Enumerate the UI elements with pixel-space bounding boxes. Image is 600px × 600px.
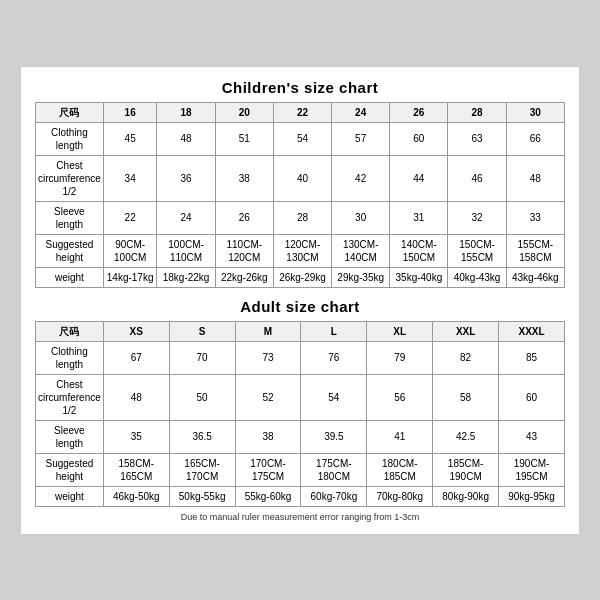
cell-value: 150CM-155CM	[448, 234, 506, 267]
table-row: Sleeve length2224262830313233	[36, 201, 565, 234]
cell-value: 46	[448, 155, 506, 201]
cell-value: 52	[235, 374, 301, 420]
cell-value: 48	[157, 122, 215, 155]
row-label: Chest circumference 1/2	[36, 374, 104, 420]
cell-value: 185CM-190CM	[433, 453, 499, 486]
children-col-header: 18	[157, 102, 215, 122]
cell-value: 54	[301, 374, 367, 420]
adult-col-header: L	[301, 321, 367, 341]
children-col-header: 16	[103, 102, 157, 122]
cell-value: 51	[215, 122, 273, 155]
cell-value: 44	[390, 155, 448, 201]
cell-value: 32	[448, 201, 506, 234]
cell-value: 90kg-95kg	[499, 486, 565, 506]
row-label: Chest circumference 1/2	[36, 155, 104, 201]
adult-col-header: XL	[367, 321, 433, 341]
size-chart-container: Children's size chart 尺码1618202224262830…	[20, 66, 580, 535]
cell-value: 100CM-110CM	[157, 234, 215, 267]
cell-value: 60	[499, 374, 565, 420]
cell-value: 41	[367, 420, 433, 453]
row-label: Sleeve length	[36, 420, 104, 453]
cell-value: 85	[499, 341, 565, 374]
children-col-header: 24	[332, 102, 390, 122]
cell-value: 18kg-22kg	[157, 267, 215, 287]
cell-value: 90CM-100CM	[103, 234, 157, 267]
children-col-header: 30	[506, 102, 564, 122]
cell-value: 58	[433, 374, 499, 420]
adult-col-header: XXXL	[499, 321, 565, 341]
cell-value: 46kg-50kg	[103, 486, 169, 506]
cell-value: 63	[448, 122, 506, 155]
cell-value: 140CM-150CM	[390, 234, 448, 267]
adult-chart-title: Adult size chart	[35, 298, 565, 315]
cell-value: 175CM-180CM	[301, 453, 367, 486]
cell-value: 158CM-165CM	[103, 453, 169, 486]
table-row: Clothing length67707376798285	[36, 341, 565, 374]
children-table-body: Clothing length4548515457606366Chest cir…	[36, 122, 565, 287]
cell-value: 70	[169, 341, 235, 374]
cell-value: 39.5	[301, 420, 367, 453]
cell-value: 130CM-140CM	[332, 234, 390, 267]
cell-value: 24	[157, 201, 215, 234]
cell-value: 42	[332, 155, 390, 201]
cell-value: 38	[215, 155, 273, 201]
row-label: Suggested height	[36, 234, 104, 267]
cell-value: 31	[390, 201, 448, 234]
cell-value: 36.5	[169, 420, 235, 453]
cell-value: 80kg-90kg	[433, 486, 499, 506]
children-col-header: 26	[390, 102, 448, 122]
cell-value: 55kg-60kg	[235, 486, 301, 506]
row-label: weight	[36, 486, 104, 506]
cell-value: 30	[332, 201, 390, 234]
cell-value: 34	[103, 155, 157, 201]
cell-value: 73	[235, 341, 301, 374]
table-row: Chest circumference 1/23436384042444648	[36, 155, 565, 201]
adult-size-table: 尺码XSSMLXLXXLXXXL Clothing length67707376…	[35, 321, 565, 507]
cell-value: 170CM-175CM	[235, 453, 301, 486]
cell-value: 67	[103, 341, 169, 374]
cell-value: 50kg-55kg	[169, 486, 235, 506]
cell-value: 120CM-130CM	[273, 234, 331, 267]
adult-header-row: 尺码XSSMLXLXXLXXXL	[36, 321, 565, 341]
cell-value: 76	[301, 341, 367, 374]
cell-value: 43kg-46kg	[506, 267, 564, 287]
cell-value: 56	[367, 374, 433, 420]
cell-value: 22kg-26kg	[215, 267, 273, 287]
children-header-row: 尺码1618202224262830	[36, 102, 565, 122]
cell-value: 36	[157, 155, 215, 201]
row-label: Suggested height	[36, 453, 104, 486]
adult-col-header: 尺码	[36, 321, 104, 341]
adult-col-header: XS	[103, 321, 169, 341]
adult-table-body: Clothing length67707376798285Chest circu…	[36, 341, 565, 506]
cell-value: 190CM-195CM	[499, 453, 565, 486]
cell-value: 110CM-120CM	[215, 234, 273, 267]
table-row: Chest circumference 1/248505254565860	[36, 374, 565, 420]
adult-col-header: XXL	[433, 321, 499, 341]
row-label: Clothing length	[36, 341, 104, 374]
cell-value: 165CM-170CM	[169, 453, 235, 486]
cell-value: 66	[506, 122, 564, 155]
cell-value: 42.5	[433, 420, 499, 453]
table-row: Sleeve length3536.53839.54142.543	[36, 420, 565, 453]
children-col-header: 尺码	[36, 102, 104, 122]
cell-value: 50	[169, 374, 235, 420]
cell-value: 43	[499, 420, 565, 453]
cell-value: 22	[103, 201, 157, 234]
cell-value: 26	[215, 201, 273, 234]
cell-value: 54	[273, 122, 331, 155]
children-chart-title: Children's size chart	[35, 79, 565, 96]
cell-value: 35	[103, 420, 169, 453]
cell-value: 57	[332, 122, 390, 155]
row-label: weight	[36, 267, 104, 287]
row-label: Sleeve length	[36, 201, 104, 234]
table-row: weight14kg-17kg18kg-22kg22kg-26kg26kg-29…	[36, 267, 565, 287]
cell-value: 70kg-80kg	[367, 486, 433, 506]
table-row: Suggested height90CM-100CM100CM-110CM110…	[36, 234, 565, 267]
children-col-header: 22	[273, 102, 331, 122]
cell-value: 48	[103, 374, 169, 420]
adult-col-header: S	[169, 321, 235, 341]
cell-value: 28	[273, 201, 331, 234]
children-col-header: 20	[215, 102, 273, 122]
cell-value: 82	[433, 341, 499, 374]
cell-value: 155CM-158CM	[506, 234, 564, 267]
